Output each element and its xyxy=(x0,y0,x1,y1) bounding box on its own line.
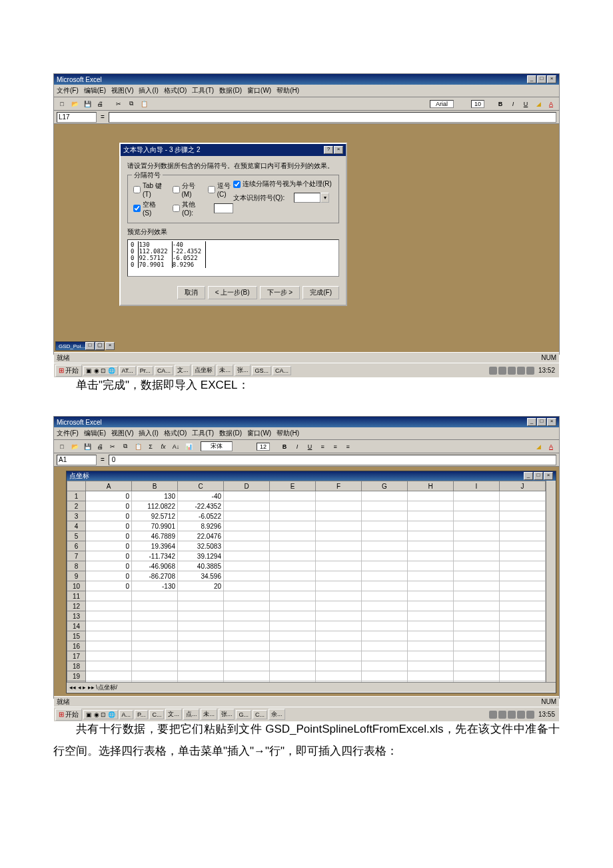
cell[interactable] xyxy=(500,571,546,581)
cell[interactable] xyxy=(316,511,362,521)
fontcolor-icon[interactable]: A xyxy=(546,99,556,109)
table-row[interactable]: 16 xyxy=(67,641,546,651)
cell[interactable] xyxy=(408,541,454,551)
row-header[interactable]: 17 xyxy=(67,651,86,661)
cell[interactable] xyxy=(408,631,454,641)
cell[interactable] xyxy=(316,661,362,671)
cell[interactable] xyxy=(270,591,316,601)
cell[interactable] xyxy=(270,651,316,661)
cancel-button[interactable]: 取消 xyxy=(177,286,205,299)
cell[interactable] xyxy=(270,671,316,681)
cell[interactable] xyxy=(270,561,316,571)
cell[interactable] xyxy=(500,551,546,561)
cell[interactable] xyxy=(132,601,178,611)
cell[interactable]: -40 xyxy=(178,491,224,501)
task-item[interactable]: C... xyxy=(253,710,267,719)
fontcolor-icon[interactable]: A xyxy=(546,441,556,452)
cell[interactable] xyxy=(454,581,500,591)
italic-icon[interactable]: I xyxy=(508,99,518,109)
cell[interactable] xyxy=(362,651,408,661)
new-icon[interactable]: □ xyxy=(57,99,67,109)
cell[interactable] xyxy=(500,611,546,621)
cell[interactable]: 39.1294 xyxy=(178,551,224,561)
cell[interactable] xyxy=(316,501,362,511)
quicklaunch[interactable]: ▣ ◉ ⊡ 🌐 xyxy=(83,710,118,719)
close-icon[interactable]: × xyxy=(547,418,556,426)
cell[interactable] xyxy=(270,531,316,541)
cell[interactable] xyxy=(224,671,270,681)
cell[interactable] xyxy=(362,611,408,621)
maximize-icon[interactable]: □ xyxy=(537,418,546,426)
cell[interactable] xyxy=(500,661,546,671)
wb-minimize-icon[interactable]: _ xyxy=(524,472,533,480)
align-right-icon[interactable]: ≡ xyxy=(342,441,353,452)
col-header[interactable]: E xyxy=(270,481,316,491)
cell[interactable] xyxy=(454,521,500,531)
table-row[interactable]: 80-46.906840.3885 xyxy=(67,561,546,571)
table-row[interactable]: 14 xyxy=(67,621,546,631)
tray-icon[interactable] xyxy=(508,711,516,719)
cell[interactable]: 0 xyxy=(86,541,132,551)
table-row[interactable]: 11 xyxy=(67,591,546,601)
cell[interactable]: 0 xyxy=(86,581,132,591)
cell[interactable] xyxy=(408,551,454,561)
cell[interactable] xyxy=(408,661,454,671)
sort-icon[interactable]: A↓ xyxy=(171,441,181,452)
cell[interactable] xyxy=(270,491,316,501)
cell[interactable] xyxy=(316,671,362,681)
chart-icon[interactable]: 📊 xyxy=(183,441,194,452)
task-item[interactable]: 未... xyxy=(201,709,217,720)
row-header[interactable]: 10 xyxy=(67,581,86,591)
cell[interactable] xyxy=(270,551,316,561)
cell[interactable] xyxy=(500,681,546,683)
row-header[interactable]: 3 xyxy=(67,511,86,521)
menu-file[interactable]: 文件(F) xyxy=(57,429,79,438)
cell[interactable] xyxy=(454,611,500,621)
tray-icon[interactable] xyxy=(498,711,506,719)
finish-button[interactable]: 完成(F) xyxy=(303,286,339,299)
cell[interactable] xyxy=(500,491,546,501)
cell[interactable] xyxy=(454,591,500,601)
cell[interactable] xyxy=(270,641,316,651)
cell[interactable] xyxy=(408,611,454,621)
menu-window[interactable]: 窗口(W) xyxy=(247,429,271,438)
task-item[interactable]: CA... xyxy=(155,366,173,375)
cell[interactable] xyxy=(316,551,362,561)
cell[interactable] xyxy=(86,601,132,611)
cell[interactable] xyxy=(408,501,454,511)
cell[interactable] xyxy=(270,611,316,621)
cell[interactable] xyxy=(500,671,546,681)
cell[interactable]: 8.9296 xyxy=(178,521,224,531)
task-item[interactable]: A... xyxy=(119,710,134,719)
task-item[interactable]: AT... xyxy=(119,366,136,375)
cell[interactable]: 34.596 xyxy=(178,571,224,581)
task-item[interactable]: 点... xyxy=(183,709,200,720)
cell[interactable] xyxy=(408,621,454,631)
cell[interactable] xyxy=(500,511,546,521)
cell[interactable] xyxy=(316,601,362,611)
cell[interactable] xyxy=(316,631,362,641)
save-icon[interactable]: 💾 xyxy=(82,441,93,452)
cell[interactable]: -130 xyxy=(132,581,178,591)
cell[interactable]: -86.2708 xyxy=(132,571,178,581)
copy-icon[interactable]: ⧉ xyxy=(126,99,137,109)
fx-icon[interactable]: fx xyxy=(158,441,169,452)
row-header[interactable]: 14 xyxy=(67,621,86,631)
cell[interactable]: -46.9068 xyxy=(132,561,178,571)
col-header[interactable]: J xyxy=(500,481,546,491)
cell[interactable] xyxy=(316,491,362,501)
cell[interactable] xyxy=(500,531,546,541)
menu-format[interactable]: 格式(O) xyxy=(164,86,187,95)
cut-icon[interactable]: ✂ xyxy=(107,441,118,452)
table-row[interactable]: 10130-40 xyxy=(67,491,546,501)
table-row[interactable]: 6019.396432.5083 xyxy=(67,541,546,551)
cell[interactable] xyxy=(86,661,132,671)
task-item[interactable]: 文... xyxy=(175,365,191,376)
menu-view[interactable]: 视图(V) xyxy=(111,86,133,95)
cell[interactable] xyxy=(270,581,316,591)
table-row[interactable]: 19 xyxy=(67,671,546,681)
cell[interactable] xyxy=(362,541,408,551)
cell[interactable] xyxy=(86,621,132,631)
quicklaunch[interactable]: ▣ ◉ ⊡ 🌐 xyxy=(83,366,118,375)
cell[interactable] xyxy=(454,681,500,683)
